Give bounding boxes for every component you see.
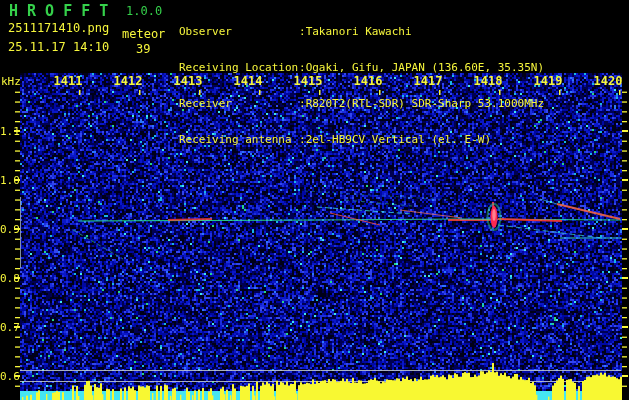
info-label: Receiver — [179, 98, 299, 110]
app-title: H R O F F T — [9, 2, 108, 20]
time-tick-label: 1420 — [588, 74, 628, 88]
info-colon: : — [299, 134, 306, 146]
info-value: 2el-HB9CV Vertical (el. E-W) — [306, 134, 491, 146]
info-row-antenna: Receiving antenna: 2el-HB9CV Vertical (e… — [179, 134, 544, 146]
freq-tick-label: 1.0 — [0, 174, 14, 187]
time-tick-label: 1411 — [48, 74, 88, 88]
freq-tick-label: 0.9 — [0, 223, 14, 236]
output-filename: 2511171410.png — [8, 21, 109, 35]
time-tick-label: 1419 — [528, 74, 568, 88]
hrofft-window: H R O F F T 1.0.0 2511171410.png meteor … — [0, 0, 629, 400]
info-value: Ogaki, Gifu, JAPAN (136.60E, 35.35N) — [306, 62, 544, 74]
info-value: Takanori Kawachi — [306, 26, 412, 38]
info-colon: : — [299, 26, 306, 38]
meteor-count: 39 — [136, 42, 150, 56]
info-label: Receiving antenna — [179, 134, 299, 146]
time-tick-label: 1416 — [348, 74, 388, 88]
time-tick-label: 1414 — [228, 74, 268, 88]
freq-tick-label: 0.6 — [0, 370, 14, 383]
info-colon: : — [299, 98, 306, 110]
time-tick-label: 1415 — [288, 74, 328, 88]
info-row-observer: Observer: Takanori Kawachi — [179, 26, 544, 38]
info-label: Receiving Location — [179, 62, 299, 74]
time-tick-label: 1418 — [468, 74, 508, 88]
info-value: R820T2(RTL-SDR) SDR-Sharp 53.1000MHz — [306, 98, 544, 110]
time-tick-label: 1417 — [408, 74, 448, 88]
mode-label: meteor — [122, 27, 165, 41]
info-row-location: Receiving Location: Ogaki, Gifu, JAPAN (… — [179, 62, 544, 74]
freq-tick-label: 0.8 — [0, 272, 14, 285]
datetime-label: 25.11.17 14:10 — [8, 40, 109, 54]
info-colon: : — [299, 62, 306, 74]
info-label: Observer — [179, 26, 299, 38]
app-version: 1.0.0 — [126, 4, 162, 18]
time-tick-label: 1413 — [168, 74, 208, 88]
time-tick-label: 1412 — [108, 74, 148, 88]
freq-axis-unit: kHz — [1, 75, 21, 88]
freq-tick-label: 1.1 — [0, 125, 14, 138]
info-row-receiver: Receiver: R820T2(RTL-SDR) SDR-Sharp 53.1… — [179, 98, 544, 110]
freq-tick-label: 0.7 — [0, 321, 14, 334]
